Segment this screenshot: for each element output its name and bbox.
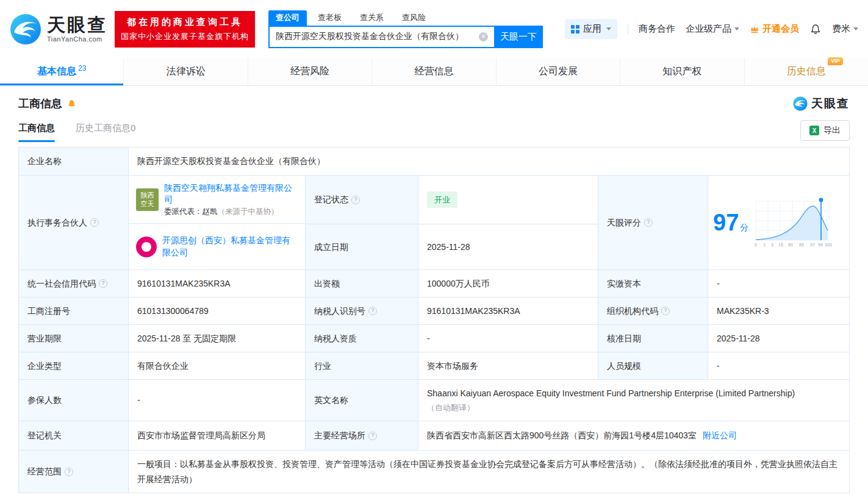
taxpayer-id-label: 纳税人识别号 [306,298,418,324]
tab-basic-info[interactable]: 基本信息 23 [0,58,124,85]
clear-icon[interactable] [479,32,488,41]
nav-business-cooperation[interactable]: 商务合作 [639,23,675,35]
nav-enterprise-products-label: 企业级产品 [686,23,731,35]
tab-operating-info[interactable]: 经营信息 [372,58,496,85]
help-icon[interactable] [368,432,377,440]
subtab-history-business-info[interactable]: 历史工商信息0 [76,123,135,142]
score-number-text: 97 [713,210,739,235]
nearby-companies-link[interactable]: 附近公司 [703,429,737,442]
bell-icon [809,23,822,35]
partner-company-link[interactable]: 开源思创（西安）私募基金管理有限公司 [162,235,298,259]
score-value: 97分 0 1 3 [708,176,849,269]
apps-grid-icon [571,25,579,34]
tab-company-development[interactable]: 公司发展 [497,58,620,85]
subtab-business-info[interactable]: 工商信息 [18,123,55,142]
brand-watermark-text: 天眼查 [811,96,850,112]
tianyancha-brand-icon [793,96,808,111]
export-button-label: 导出 [823,125,841,136]
business-scope-label-text: 经营范围 [27,465,62,478]
score-number: 97分 [713,211,748,234]
table-row: 经营范围 一般项目：以私募基金从事股权投资、投资管理、资产管理等活动（须在中国证… [19,451,849,493]
nav-open-vip[interactable]: 开通会员 [750,23,799,35]
taxpayer-id-value: 91610131MAK235KR3A [418,298,598,324]
tab-operating-risk-label: 经营风险 [290,65,329,78]
business-term-value: 2025-11-28 至 无固定期限 [129,325,306,352]
caret-down-icon [734,27,739,30]
company-name-label: 企业名称 [19,148,129,175]
partner-company-link[interactable]: 陕西空天翱翔私募基金管理有限公司 [164,182,298,206]
apps-label: 应用 [583,23,601,35]
reg-authority-value: 西安市市场监督管理局高新区分局 [129,421,306,450]
svg-text:100: 100 [825,243,832,247]
svg-text:15: 15 [778,243,783,247]
tab-basic-info-count: 23 [78,64,86,73]
score-distribution-chart: 0 1 3 15 50 85 97 99 100 [752,196,833,249]
score-unit: 分 [740,223,748,232]
excel-icon [809,126,819,135]
monitor-bell-icon[interactable] [66,99,77,109]
delegate-name[interactable]: 赵凯 [203,207,218,216]
reg-number-label: 工商注册号 [19,298,129,324]
help-icon[interactable] [65,468,73,476]
table-row: 工商注册号 610131300064789 纳税人识别号 91610131MAK… [19,298,849,325]
promo-line2: 国家中小企业发展子基金旗下机构 [121,31,249,42]
table-row: 企业类型 有限合伙企业 行业 资本市场服务 人员规模 - [19,352,849,380]
table-row: 执行事务合伙人 陕西 空天 陕西空天翱翔私募基金管理有限公司 委派代表：赵凯（来… [19,176,849,270]
search-tab-risk[interactable]: 查风险 [395,10,433,26]
tab-company-development-label: 公司发展 [539,65,578,78]
search-tab-relation[interactable]: 查关系 [353,10,391,26]
subtab-row: 工商信息 历史工商信息0 导出 [0,114,868,144]
notification-bell-icon[interactable] [809,23,822,35]
delegate-prefix: 委派代表： [164,207,203,216]
partner-logo: 陕西 空天 [136,188,159,211]
logo-subtitle: TianYanCha.com [47,35,107,43]
credit-code-label-text: 统一社会信用代码 [27,277,96,290]
approval-date-label: 核准日期 [598,325,708,352]
help-icon[interactable] [90,218,99,227]
tab-legal-proceedings-label: 法律诉讼 [167,65,206,78]
score-label: 天眼评分 [598,176,708,269]
nav-enterprise-products[interactable]: 企业级产品 [686,23,739,35]
delegate-source-note: （来源于中基协） [218,207,279,216]
address-value: 陕西省西安市高新区西太路900号丝路（西安）前海园1号楼4层10403室 附近公… [418,421,849,450]
tab-operating-risk[interactable]: 经营风险 [248,58,372,85]
help-icon[interactable] [99,279,107,288]
nav-user-menu[interactable]: 费米 [832,23,858,35]
tab-legal-proceedings[interactable]: 法律诉讼 [124,58,248,85]
tianyancha-logo[interactable]: 天眼查 TianYanCha.com [10,13,107,45]
table-row: 登记机关 西安市市场监督管理局高新区分局 主要经营场所 陕西省西安市高新区西太路… [19,421,849,451]
caret-down-icon [606,27,611,30]
taxpayer-quality-value: - [418,325,598,352]
taxpayer-quality-label: 纳税人资质 [306,325,418,352]
help-icon[interactable] [368,307,377,315]
nav-user-name: 费米 [832,23,850,35]
help-icon[interactable] [644,218,653,227]
search-tab-boss[interactable]: 查老板 [310,10,349,26]
nav-open-vip-label: 开通会员 [762,23,799,35]
tab-basic-info-label: 基本信息 [37,65,76,78]
company-name-value: 陕西开源空天股权投资基金合伙企业（有限合伙） [129,148,849,175]
english-name-label: 英文名称 [306,380,418,421]
svg-text:3: 3 [771,243,773,247]
search-button[interactable]: 天眼一下 [494,26,543,48]
tab-intellectual-property[interactable]: 知识产权 [620,58,744,85]
status-badge: 开业 [427,191,457,209]
search-tabs: 查公司 查老板 查关系 查风险 [268,10,543,26]
svg-text:1: 1 [763,243,766,247]
nav-business-cooperation-label: 商务合作 [639,23,675,35]
search-tab-company[interactable]: 查公司 [268,10,307,26]
apps-menu[interactable]: 应用 [565,19,617,39]
table-row: 参保人数 - 英文名称 Shaanxi Kaiyuan Aerospace Eq… [19,380,849,421]
help-icon[interactable] [661,307,670,315]
partner-logo-text: 陕西 [141,191,154,199]
export-button[interactable]: 导出 [800,120,850,141]
tianyancha-logo-icon [10,13,41,45]
registration-status-label: 登记状态 [306,176,418,224]
help-icon[interactable] [351,196,360,204]
search-input[interactable] [268,26,494,48]
tab-operating-info-label: 经营信息 [414,65,453,78]
staff-size-label: 人员规模 [598,352,708,379]
table-row: 统一社会信用代码 91610131MAK235KR3A 出资额 100000万人… [19,270,849,298]
tab-history-info[interactable]: 历史信息 VIP [745,58,868,85]
svg-text:85: 85 [799,243,804,247]
